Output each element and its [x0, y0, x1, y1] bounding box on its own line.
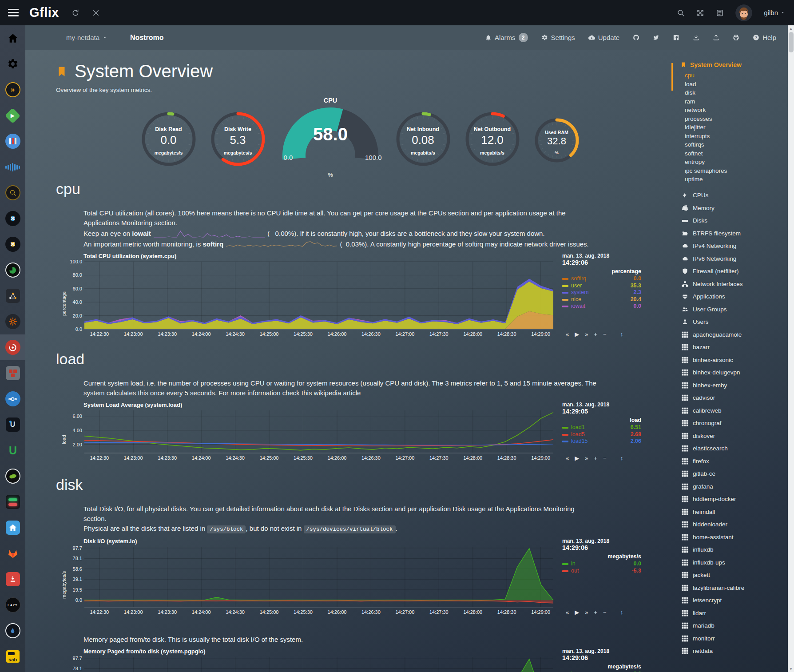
zoom-in-button[interactable]: + — [594, 455, 597, 461]
menu-section-cpus[interactable]: CPUs — [680, 189, 788, 202]
legend-row-user[interactable]: user 35.3 — [562, 282, 641, 290]
zoom-in-button[interactable]: + — [594, 609, 597, 615]
resize-button[interactable]: ↕ — [620, 331, 623, 337]
legend-row-load5[interactable]: load5 2.68 — [562, 431, 641, 438]
legend-row-nice[interactable]: nice 20.4 — [562, 296, 641, 303]
sidebar-app-downloader[interactable] — [0, 566, 25, 592]
play-button[interactable]: ▶ — [575, 609, 579, 615]
menu-app-calibreweb[interactable]: calibreweb — [680, 404, 788, 417]
sidebar-app-tautulli[interactable] — [0, 463, 25, 489]
github-button[interactable] — [626, 34, 646, 41]
legend-row-iowait[interactable]: iowait 0.0 — [562, 303, 641, 310]
menu-app-chronograf[interactable]: chronograf — [680, 417, 788, 430]
menu-section-disks[interactable]: Disks — [680, 215, 788, 227]
alarms-button[interactable]: Alarms 2 — [478, 33, 535, 42]
pan-backward-button[interactable]: « — [566, 455, 569, 461]
scrollbar-down-arrow[interactable]: ▼ — [788, 666, 794, 672]
sidebar-app-samba[interactable] — [0, 360, 25, 386]
menu-app-hddtemp-docker[interactable]: hddtemp-docker — [680, 493, 788, 506]
menu-item-ipc-semaphores[interactable]: ipc semaphores — [680, 167, 788, 175]
sidebar-app-monitorr[interactable] — [0, 489, 25, 515]
page-scrollbar[interactable]: ▲ ▼ — [788, 25, 794, 672]
zoom-out-button[interactable]: − — [603, 609, 607, 615]
menu-app-home-assistant[interactable]: home-assistant — [680, 531, 788, 544]
menu-app-binhex-delugevpn[interactable]: binhex-delugevpn — [680, 366, 788, 379]
menu-app-jackett[interactable]: jackett — [680, 569, 788, 582]
menu-app-cadvisor[interactable]: cadvisor — [680, 392, 788, 405]
sidebar-app-deluge[interactable] — [0, 618, 25, 644]
sidebar-app-settings[interactable] — [0, 51, 25, 77]
host-dropdown[interactable]: my-netdata — [66, 34, 107, 41]
menu-app-elasticsearch[interactable]: elasticsearch — [680, 442, 788, 455]
menu-app-lidarr[interactable]: lidarr — [680, 607, 788, 620]
menu-app-mariadb[interactable]: mariadb — [680, 620, 788, 632]
sidebar-app-airsonic[interactable] — [0, 154, 25, 180]
settings-button[interactable]: Settings — [535, 34, 582, 41]
sidebar-app-nextcloud[interactable] — [0, 386, 25, 412]
menu-app-letsencrypt[interactable]: letsencrypt — [680, 594, 788, 607]
menu-item-idlejitter[interactable]: idlejitter — [680, 123, 788, 132]
sidebar-app-calibre[interactable] — [0, 128, 25, 154]
menu-app-firefox[interactable]: firefox — [680, 455, 788, 468]
legend-row-system[interactable]: system 2.3 — [562, 289, 641, 296]
gauge-used_ram[interactable]: Used RAM32.8% — [533, 116, 581, 164]
menu-app-binhex-emby[interactable]: binhex-emby — [680, 379, 788, 392]
help-button[interactable]: ? Help — [746, 34, 788, 41]
chart-canvas[interactable]: 14:22:3014:23:0014:23:3014:24:0014:24:30… — [67, 409, 556, 463]
menu-item-cpu[interactable]: cpu — [680, 71, 788, 80]
user-menu[interactable]: gilbn — [764, 9, 785, 16]
menu-section-users[interactable]: Users — [680, 316, 788, 329]
sidebar-app-unraid[interactable]: U — [0, 437, 25, 463]
menu-section-btrfs-filesystem[interactable]: BTRFS filesystem — [680, 227, 788, 240]
menu-item-disk[interactable]: disk — [680, 88, 788, 97]
avatar[interactable] — [735, 4, 752, 21]
menu-app-binhex-airsonic[interactable]: binhex-airsonic — [680, 354, 788, 366]
menu-item-entropy[interactable]: entropy — [680, 158, 788, 167]
menu-section-firewall-netfilter-[interactable]: Firewall (netfilter) — [680, 265, 788, 278]
sidebar-app-netdata[interactable] — [0, 334, 25, 360]
scrollbar-thumb[interactable] — [789, 32, 794, 52]
sidebar-app-heimdall[interactable] — [0, 515, 25, 541]
import-snapshot-button[interactable] — [686, 34, 706, 41]
refresh-icon[interactable] — [71, 9, 79, 17]
sidebar-app-guacamole[interactable]: × — [0, 231, 25, 257]
menu-app-hiddenloader[interactable]: hiddenloader — [680, 518, 788, 531]
gauge-cpu[interactable]: CPU 58.00.0100.0% — [278, 97, 383, 179]
menu-section-memory[interactable]: Memory — [680, 202, 788, 215]
legend-row-in[interactable]: in 0.0 — [562, 561, 641, 568]
menu-app-gitlab-ce[interactable]: gitlab-ce — [680, 468, 788, 481]
zoom-out-button[interactable]: − — [603, 331, 607, 337]
chart-canvas[interactable]: 14:22:3014:23:0014:23:3014:24:0014:24:30… — [67, 655, 556, 672]
sidebar-app-lazylibrarian[interactable]: LAZY — [0, 592, 25, 618]
close-tab-icon[interactable] — [92, 9, 100, 17]
resize-button[interactable]: ↕ — [620, 609, 623, 615]
sidebar-app-gitlab[interactable] — [0, 541, 25, 566]
gauge-disk_write[interactable]: Disk Write5.3megabytes/s — [209, 110, 267, 168]
facebook-button[interactable] — [666, 34, 686, 41]
menu-app-heimdall[interactable]: heimdall — [680, 505, 788, 518]
menu-section-user-groups[interactable]: User Groups — [680, 303, 788, 316]
gauge-net_inbound[interactable]: Net Inbound0.08megabits/s — [394, 110, 452, 168]
legend-row-load15[interactable]: load15 2.06 — [562, 438, 641, 445]
menu-app-bazarr[interactable]: bazarr — [680, 341, 788, 354]
sidebar-app-plex[interactable]: » — [0, 77, 25, 103]
menu-item-softirqs[interactable]: softirqs — [680, 140, 788, 149]
legend-row-out[interactable]: out -5.3 — [562, 568, 641, 575]
update-button[interactable]: Update — [582, 34, 626, 41]
play-button[interactable]: ▶ — [575, 455, 579, 461]
menu-item-uptime[interactable]: uptime — [680, 175, 788, 184]
hamburger-menu-icon[interactable] — [8, 7, 19, 18]
sidebar-app-home[interactable] — [0, 25, 25, 51]
changelog-icon[interactable] — [716, 9, 724, 17]
menu-section-ipv4-networking[interactable]: IPv4 Networking — [680, 240, 788, 253]
resize-button[interactable]: ↕ — [620, 455, 623, 461]
menu-app-grafana[interactable]: grafana — [680, 480, 788, 493]
menu-section-network-interfaces[interactable]: Network Interfaces — [680, 278, 788, 290]
search-icon[interactable] — [677, 9, 685, 17]
zoom-in-button[interactable]: + — [594, 331, 597, 337]
menu-app-lazylibrarian-calibre[interactable]: lazylibrarian-calibre — [680, 581, 788, 594]
sidebar-app-xteve[interactable]: × — [0, 206, 25, 231]
menu-app-influxdb[interactable]: influxdb — [680, 544, 788, 557]
pan-backward-button[interactable]: « — [566, 331, 569, 337]
play-button[interactable]: ▶ — [575, 331, 579, 337]
